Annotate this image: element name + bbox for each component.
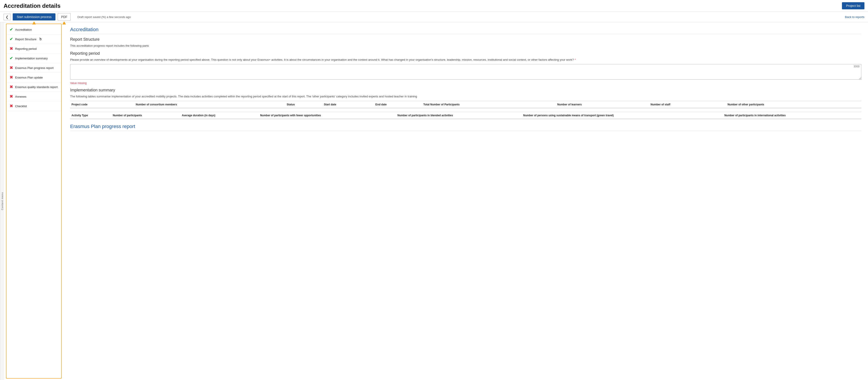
- col-total-participants: Total Number of Participants: [422, 101, 556, 108]
- x-icon: ✖: [9, 94, 13, 99]
- participants-table: Project code Number of consortium member…: [70, 101, 861, 108]
- sidebar-item-annexes[interactable]: ✖ Annexes: [6, 92, 61, 101]
- sidebar-item-erasmus-plan-update[interactable]: ✖ Erasmus Plan update: [6, 73, 61, 82]
- col-start-date: Start date: [323, 101, 374, 108]
- implementation-summary-description: The following tables summarise implement…: [70, 94, 861, 99]
- collapse-sidebar-button[interactable]: ❮: [4, 14, 10, 20]
- erasmus-plan-progress-section-title: Erasmus Plan progress report: [70, 124, 861, 131]
- start-submission-button[interactable]: Start submission process: [13, 13, 56, 21]
- accreditation-section-title: Accreditation: [70, 27, 861, 34]
- sidebar-item-accreditation[interactable]: ✔ Accreditation: [6, 25, 61, 34]
- sidebar-item-report-structure[interactable]: ✔ Report Structure 🖰: [6, 34, 61, 44]
- reporting-period-description: Please provide an overview of developmen…: [70, 58, 861, 62]
- reporting-period-required-marker: *: [575, 58, 576, 61]
- sidebar-item-accreditation-label: Accreditation: [15, 28, 32, 31]
- draft-saved-text: Draft report saved (%) a few seconds ago: [73, 15, 843, 19]
- sidebar-item-reporting-period[interactable]: ✖ Reporting period: [6, 44, 61, 54]
- char-count: 3000: [854, 65, 860, 68]
- reporting-period-subsection-title: Reporting period: [70, 51, 861, 56]
- sidebar-item-checklist-label: Checklist: [15, 104, 27, 108]
- col-status: Status: [285, 101, 322, 108]
- activity-table: Activity Type Number of participants Ave…: [70, 112, 861, 119]
- back-to-reports-link[interactable]: Back to reports: [845, 15, 864, 19]
- col-staff: Number of staff: [649, 101, 726, 108]
- check-icon: ✔: [9, 37, 13, 42]
- sidebar-item-erasmus-quality-standards-label: Erasmus quality standards report: [15, 85, 58, 89]
- sidebar: ✔ Accreditation ✔ Report Structure 🖰 ✖ R…: [6, 24, 62, 379]
- reporting-period-textarea-container: 3000: [70, 64, 861, 80]
- sidebar-item-erasmus-plan-progress-label: Erasmus Plan progress report: [15, 66, 54, 70]
- x-icon: ✖: [9, 46, 13, 51]
- sidebar-item-report-structure-label: Report Structure: [15, 38, 36, 41]
- implementation-summary-subsection-title: Implementation summary: [70, 88, 861, 93]
- x-icon: ✖: [9, 65, 13, 70]
- sidebar-nav: ✔ Accreditation ✔ Report Structure 🖰 ✖ R…: [6, 24, 61, 112]
- col-num-participants: Number of participants: [111, 112, 180, 119]
- col-avg-duration: Average duration (in days): [180, 112, 259, 119]
- x-icon: ✖: [9, 75, 13, 80]
- report-structure-subsection-title: Report Structure: [70, 37, 861, 42]
- x-icon: ✖: [9, 84, 13, 90]
- sidebar-item-checklist[interactable]: ✖ Checklist: [6, 101, 61, 111]
- col-blended-activities: Number of participants in blended activi…: [396, 112, 522, 119]
- col-project-code: Project code: [70, 101, 134, 108]
- page-title: Accreditation details: [4, 2, 61, 9]
- col-fewer-opportunities: Number of participants with fewer opport…: [259, 112, 396, 119]
- col-international-activities: Number of participants in international …: [723, 112, 861, 119]
- check-icon: ✔: [9, 56, 13, 61]
- sidebar-item-erasmus-plan-progress[interactable]: ✖ Erasmus Plan progress report: [6, 63, 61, 73]
- value-missing-text: Value missing: [70, 81, 861, 85]
- cursor-icon: 🖰: [38, 37, 42, 42]
- col-other-participants: Number of other participants: [726, 101, 861, 108]
- content-menu-label: Content menu: [0, 22, 4, 380]
- col-learners: Number of learners: [556, 101, 649, 108]
- sidebar-item-implementation-summary-label: Implementation summary: [15, 57, 48, 60]
- col-sustainable-transport: Number of persons using sustainable mean…: [522, 112, 723, 119]
- sidebar-item-implementation-summary[interactable]: ✔ Implementation summary: [6, 54, 61, 63]
- main-content: Accreditation Report Structure This accr…: [63, 22, 868, 380]
- sidebar-item-annexes-label: Annexes: [15, 95, 27, 98]
- check-icon: ✔: [9, 27, 13, 32]
- sidebar-item-reporting-period-label: Reporting period: [15, 47, 36, 50]
- sidebar-item-erasmus-quality-standards[interactable]: ✖ Erasmus quality standards report: [6, 82, 61, 92]
- report-structure-description: This accreditation progress report inclu…: [70, 43, 861, 48]
- col-activity-type: Activity Type: [70, 112, 111, 119]
- x-icon: ✖: [9, 104, 13, 108]
- reporting-period-textarea[interactable]: [70, 64, 861, 80]
- project-list-button[interactable]: Project list: [842, 2, 864, 9]
- sidebar-item-erasmus-plan-update-label: Erasmus Plan update: [15, 76, 43, 79]
- pdf-button[interactable]: PDF: [58, 13, 70, 21]
- col-consortium-members: Number of consortium members: [134, 101, 285, 108]
- col-end-date: End date: [374, 101, 422, 108]
